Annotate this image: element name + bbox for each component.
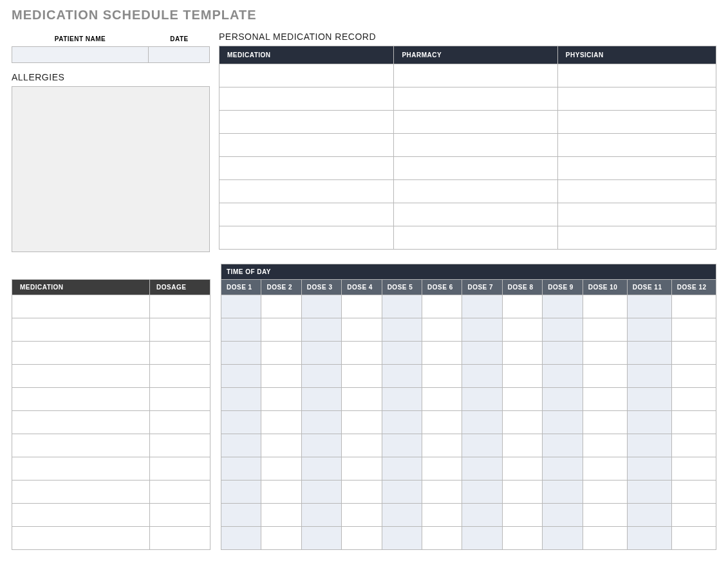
dose-cell[interactable]	[671, 365, 716, 388]
schedule-medication-cell[interactable]	[12, 295, 150, 318]
dose-cell[interactable]	[342, 457, 382, 481]
schedule-dosage-cell[interactable]	[150, 365, 210, 388]
dose-cell[interactable]	[422, 295, 462, 318]
pmr-cell[interactable]	[557, 226, 716, 250]
schedule-dosage-cell[interactable]	[150, 434, 210, 457]
dose-cell[interactable]	[261, 481, 301, 504]
dose-cell[interactable]	[627, 481, 671, 504]
schedule-medication-cell[interactable]	[12, 527, 150, 550]
pmr-cell[interactable]	[394, 180, 557, 203]
dose-cell[interactable]	[502, 527, 542, 550]
dose-cell[interactable]	[462, 388, 502, 411]
dose-cell[interactable]	[671, 481, 716, 504]
dose-cell[interactable]	[261, 342, 301, 365]
pmr-cell[interactable]	[219, 226, 394, 250]
allergies-input[interactable]	[12, 86, 210, 252]
dose-cell[interactable]	[382, 342, 422, 365]
schedule-medication-cell[interactable]	[12, 504, 150, 527]
dose-cell[interactable]	[671, 318, 716, 342]
schedule-medication-cell[interactable]	[12, 388, 150, 411]
dose-cell[interactable]	[422, 342, 462, 365]
pmr-cell[interactable]	[394, 134, 557, 157]
dose-cell[interactable]	[462, 365, 502, 388]
dose-cell[interactable]	[502, 411, 542, 434]
dose-cell[interactable]	[543, 318, 583, 342]
dose-cell[interactable]	[382, 411, 422, 434]
dose-cell[interactable]	[221, 318, 261, 342]
dose-cell[interactable]	[583, 295, 627, 318]
dose-cell[interactable]	[221, 457, 261, 481]
dose-cell[interactable]	[221, 504, 261, 527]
dose-cell[interactable]	[261, 388, 301, 411]
dose-cell[interactable]	[261, 411, 301, 434]
pmr-cell[interactable]	[219, 64, 394, 87]
dose-cell[interactable]	[671, 342, 716, 365]
dose-cell[interactable]	[502, 434, 542, 457]
pmr-cell[interactable]	[557, 203, 716, 226]
dose-cell[interactable]	[462, 434, 502, 457]
dose-cell[interactable]	[583, 527, 627, 550]
dose-cell[interactable]	[502, 342, 542, 365]
dose-cell[interactable]	[543, 527, 583, 550]
dose-cell[interactable]	[342, 342, 382, 365]
dose-cell[interactable]	[583, 388, 627, 411]
dose-cell[interactable]	[462, 504, 502, 527]
dose-cell[interactable]	[502, 504, 542, 527]
dose-cell[interactable]	[462, 527, 502, 550]
pmr-cell[interactable]	[557, 111, 716, 134]
pmr-cell[interactable]	[557, 87, 716, 111]
dose-cell[interactable]	[543, 342, 583, 365]
dose-cell[interactable]	[462, 481, 502, 504]
dose-cell[interactable]	[382, 504, 422, 527]
dose-cell[interactable]	[671, 527, 716, 550]
dose-cell[interactable]	[543, 411, 583, 434]
dose-cell[interactable]	[382, 481, 422, 504]
schedule-medication-cell[interactable]	[12, 365, 150, 388]
dose-cell[interactable]	[583, 457, 627, 481]
pmr-cell[interactable]	[219, 180, 394, 203]
pmr-cell[interactable]	[557, 157, 716, 180]
dose-cell[interactable]	[462, 295, 502, 318]
patient-name-input[interactable]	[12, 46, 149, 63]
dose-cell[interactable]	[301, 504, 341, 527]
pmr-cell[interactable]	[219, 157, 394, 180]
dose-cell[interactable]	[382, 365, 422, 388]
dose-cell[interactable]	[502, 481, 542, 504]
dose-cell[interactable]	[422, 388, 462, 411]
pmr-cell[interactable]	[394, 87, 557, 111]
dose-cell[interactable]	[422, 318, 462, 342]
dose-cell[interactable]	[261, 318, 301, 342]
dose-cell[interactable]	[382, 457, 422, 481]
pmr-cell[interactable]	[394, 203, 557, 226]
dose-cell[interactable]	[422, 504, 462, 527]
dose-cell[interactable]	[342, 295, 382, 318]
dose-cell[interactable]	[462, 457, 502, 481]
pmr-cell[interactable]	[219, 111, 394, 134]
dose-cell[interactable]	[627, 295, 671, 318]
schedule-medication-cell[interactable]	[12, 318, 150, 342]
dose-cell[interactable]	[261, 295, 301, 318]
schedule-medication-cell[interactable]	[12, 457, 150, 481]
dose-cell[interactable]	[301, 365, 341, 388]
dose-cell[interactable]	[671, 411, 716, 434]
schedule-dosage-cell[interactable]	[150, 457, 210, 481]
dose-cell[interactable]	[221, 365, 261, 388]
dose-cell[interactable]	[583, 342, 627, 365]
dose-cell[interactable]	[301, 457, 341, 481]
dose-cell[interactable]	[301, 318, 341, 342]
pmr-cell[interactable]	[557, 134, 716, 157]
dose-cell[interactable]	[462, 411, 502, 434]
dose-cell[interactable]	[301, 481, 341, 504]
schedule-medication-cell[interactable]	[12, 342, 150, 365]
dose-cell[interactable]	[502, 388, 542, 411]
dose-cell[interactable]	[221, 411, 261, 434]
schedule-dosage-cell[interactable]	[150, 527, 210, 550]
dose-cell[interactable]	[543, 295, 583, 318]
dose-cell[interactable]	[422, 365, 462, 388]
dose-cell[interactable]	[462, 342, 502, 365]
dose-cell[interactable]	[502, 457, 542, 481]
dose-cell[interactable]	[221, 434, 261, 457]
pmr-cell[interactable]	[557, 64, 716, 87]
dose-cell[interactable]	[502, 318, 542, 342]
dose-cell[interactable]	[382, 318, 422, 342]
